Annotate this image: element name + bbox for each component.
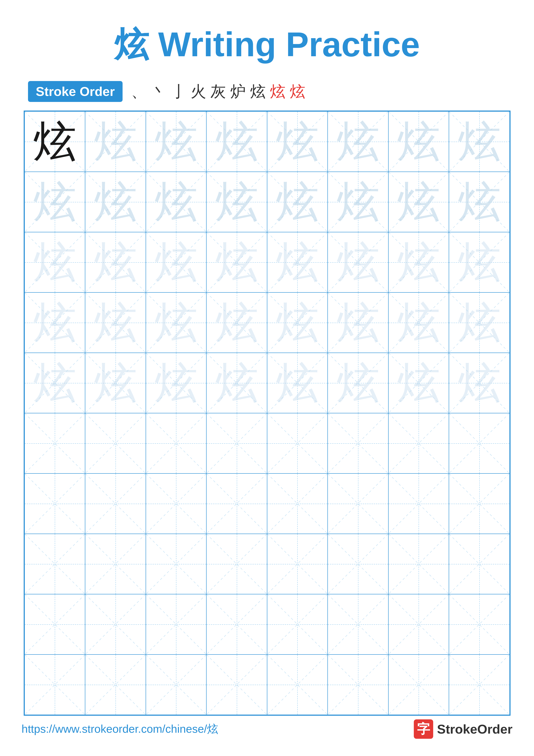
- cell-3-5: 炫: [267, 232, 328, 292]
- cell-9-7: [388, 594, 449, 655]
- footer-url[interactable]: https://www.strokeorder.com/chinese/炫: [21, 721, 218, 737]
- char-very-light: 炫: [337, 301, 380, 344]
- char-very-light: 炫: [458, 301, 501, 344]
- grid-row-7: [25, 473, 510, 534]
- grid-row-10: [25, 655, 510, 715]
- stroke-6: 炉: [230, 81, 246, 102]
- footer-brand: 字 StrokeOrder: [414, 719, 513, 739]
- cell-1-2: 炫: [85, 111, 146, 172]
- cell-3-8: 炫: [449, 232, 510, 292]
- cell-6-1: [25, 413, 85, 473]
- footer: https://www.strokeorder.com/chinese/炫 字 …: [21, 719, 513, 739]
- cell-10-7: [388, 655, 449, 715]
- stroke-8: 炫: [270, 81, 285, 102]
- cell-2-7: 炫: [388, 172, 449, 232]
- stroke-9: 炫: [290, 81, 305, 102]
- char-very-light: 炫: [154, 362, 197, 405]
- char-very-light: 炫: [276, 301, 319, 344]
- cell-8-8: [449, 534, 510, 594]
- char-very-light: 炫: [276, 241, 319, 284]
- char-light: 炫: [276, 180, 319, 224]
- practice-grid: 炫 炫: [24, 111, 511, 716]
- char-very-light: 炫: [154, 241, 197, 284]
- cell-3-1: 炫: [25, 232, 85, 292]
- cell-9-4: [206, 594, 267, 655]
- cell-10-1: [25, 655, 85, 715]
- grid-row-5: 炫 炫 炫 炫 炫 炫 炫 炫: [25, 353, 510, 413]
- char-light: 炫: [33, 180, 76, 224]
- grid-row-1: 炫 炫: [25, 111, 510, 172]
- cell-7-4: [206, 473, 267, 534]
- cell-10-8: [449, 655, 510, 715]
- cell-8-6: [328, 534, 388, 594]
- cell-6-7: [388, 413, 449, 473]
- char-light: 炫: [397, 180, 440, 224]
- stroke-4: 火: [191, 81, 206, 102]
- cell-3-4: 炫: [206, 232, 267, 292]
- stroke-2: 丶: [151, 81, 166, 102]
- cell-5-1: 炫: [25, 353, 85, 413]
- stroke-5: 灰: [211, 81, 226, 102]
- cell-9-8: [449, 594, 510, 655]
- cell-4-7: 炫: [388, 292, 449, 353]
- grid-row-4: 炫 炫 炫 炫 炫 炫 炫 炫: [25, 292, 510, 353]
- cell-2-4: 炫: [206, 172, 267, 232]
- cell-5-5: 炫: [267, 353, 328, 413]
- grid-table: 炫 炫: [24, 111, 510, 715]
- cell-10-6: [328, 655, 388, 715]
- cell-7-1: [25, 473, 85, 534]
- grid-row-2: 炫 炫 炫 炫 炫 炫 炫 炫: [25, 172, 510, 232]
- char-dark: 炫: [33, 120, 76, 163]
- cell-9-6: [328, 594, 388, 655]
- char-very-light: 炫: [458, 362, 501, 405]
- brand-name: StrokeOrder: [437, 722, 513, 737]
- cell-1-3: 炫: [146, 111, 207, 172]
- stroke-order-row: Stroke Order 、 丶 亅 火 灰 炉 炫 炫 炫: [21, 81, 513, 102]
- cell-3-7: 炫: [388, 232, 449, 292]
- char-very-light: 炫: [215, 362, 258, 405]
- char-very-light: 炫: [94, 362, 137, 405]
- char-very-light: 炫: [94, 301, 137, 344]
- brand-icon: 字: [414, 719, 433, 739]
- cell-2-5: 炫: [267, 172, 328, 232]
- cell-4-3: 炫: [146, 292, 207, 353]
- char-light: 炫: [94, 120, 137, 163]
- cell-9-3: [146, 594, 207, 655]
- char-light: 炫: [154, 180, 197, 224]
- cell-8-1: [25, 534, 85, 594]
- page: 炫 Writing Practice Stroke Order 、 丶 亅 火 …: [0, 0, 534, 756]
- cell-1-1: 炫: [25, 111, 85, 172]
- char-very-light: 炫: [154, 301, 197, 344]
- cell-4-6: 炫: [328, 292, 388, 353]
- char-very-light: 炫: [337, 241, 380, 284]
- cell-2-1: 炫: [25, 172, 85, 232]
- cell-5-4: 炫: [206, 353, 267, 413]
- cell-7-2: [85, 473, 146, 534]
- cell-2-3: 炫: [146, 172, 207, 232]
- char-light: 炫: [458, 180, 501, 224]
- char-light: 炫: [276, 120, 319, 163]
- grid-row-6: [25, 413, 510, 473]
- cell-7-7: [388, 473, 449, 534]
- cell-7-3: [146, 473, 207, 534]
- grid-row-8: [25, 534, 510, 594]
- cell-7-8: [449, 473, 510, 534]
- char-light: 炫: [337, 120, 380, 163]
- cell-6-8: [449, 413, 510, 473]
- cell-8-7: [388, 534, 449, 594]
- cell-5-7: 炫: [388, 353, 449, 413]
- cell-4-8: 炫: [449, 292, 510, 353]
- char-very-light: 炫: [33, 362, 76, 405]
- char-very-light: 炫: [397, 241, 440, 284]
- cell-10-4: [206, 655, 267, 715]
- stroke-sequence: 、 丶 亅 火 灰 炉 炫 炫 炫: [131, 81, 305, 102]
- cell-5-2: 炫: [85, 353, 146, 413]
- cell-9-1: [25, 594, 85, 655]
- cell-6-4: [206, 413, 267, 473]
- cell-8-4: [206, 534, 267, 594]
- page-title: 炫 Writing Practice: [114, 21, 420, 68]
- cell-5-6: 炫: [328, 353, 388, 413]
- char-light: 炫: [215, 120, 258, 163]
- cell-3-2: 炫: [85, 232, 146, 292]
- cell-4-4: 炫: [206, 292, 267, 353]
